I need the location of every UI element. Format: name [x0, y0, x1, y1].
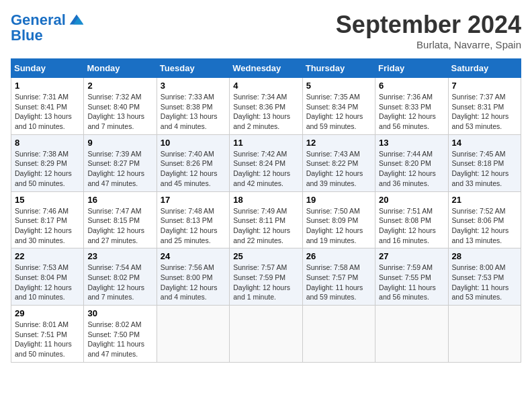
- logo-icon: [67, 11, 86, 30]
- day-header-saturday: Saturday: [448, 59, 521, 78]
- day-header-thursday: Thursday: [302, 59, 375, 78]
- day-info: Sunrise: 7:56 AMSunset: 8:00 PMDaylight:…: [161, 263, 226, 302]
- calendar-cell: 29Sunrise: 8:01 AMSunset: 7:51 PMDayligh…: [11, 306, 84, 363]
- calendar-cell: [230, 306, 302, 363]
- day-info: Sunrise: 7:36 AMSunset: 8:33 PMDaylight:…: [379, 92, 444, 132]
- day-header-friday: Friday: [375, 59, 448, 78]
- day-number: 20: [379, 195, 444, 205]
- day-number: 11: [233, 138, 298, 148]
- logo: General Blue: [11, 11, 86, 44]
- day-info: Sunrise: 8:02 AMSunset: 7:50 PMDaylight:…: [87, 320, 152, 359]
- calendar-cell: [448, 306, 521, 363]
- day-info: Sunrise: 7:45 AMSunset: 8:18 PMDaylight:…: [452, 149, 517, 189]
- day-number: 5: [306, 81, 371, 91]
- calendar-cell: 14Sunrise: 7:45 AMSunset: 8:18 PMDayligh…: [448, 134, 521, 191]
- calendar-cell: 20Sunrise: 7:51 AMSunset: 8:08 PMDayligh…: [375, 191, 448, 248]
- day-info: Sunrise: 7:49 AMSunset: 8:11 PMDaylight:…: [233, 206, 298, 246]
- day-number: 13: [379, 138, 444, 148]
- location: Burlata, Navarre, Spain: [336, 39, 521, 50]
- calendar: SundayMondayTuesdayWednesdayThursdayFrid…: [11, 58, 521, 363]
- day-number: 28: [452, 251, 517, 261]
- day-number: 29: [15, 308, 80, 318]
- day-info: Sunrise: 7:40 AMSunset: 8:26 PMDaylight:…: [161, 149, 226, 189]
- week-row-3: 15Sunrise: 7:46 AMSunset: 8:17 PMDayligh…: [11, 191, 521, 248]
- day-number: 4: [233, 81, 298, 91]
- calendar-cell: 11Sunrise: 7:42 AMSunset: 8:24 PMDayligh…: [230, 134, 302, 191]
- calendar-cell: 16Sunrise: 7:47 AMSunset: 8:15 PMDayligh…: [84, 191, 157, 248]
- calendar-cell: [375, 306, 448, 363]
- calendar-cell: 9Sunrise: 7:39 AMSunset: 8:27 PMDaylight…: [84, 134, 157, 191]
- month-title: September 2024: [336, 11, 521, 39]
- day-number: 27: [379, 251, 444, 261]
- day-number: 2: [87, 81, 152, 91]
- calendar-cell: 28Sunrise: 8:00 AMSunset: 7:53 PMDayligh…: [448, 248, 521, 306]
- day-info: Sunrise: 7:42 AMSunset: 8:24 PMDaylight:…: [233, 149, 298, 189]
- day-info: Sunrise: 7:32 AMSunset: 8:40 PMDaylight:…: [87, 92, 152, 132]
- day-number: 22: [15, 251, 80, 261]
- day-info: Sunrise: 7:53 AMSunset: 8:04 PMDaylight:…: [15, 263, 80, 302]
- calendar-cell: 30Sunrise: 8:02 AMSunset: 7:50 PMDayligh…: [84, 306, 157, 363]
- day-number: 17: [161, 195, 226, 205]
- day-info: Sunrise: 7:54 AMSunset: 8:02 PMDaylight:…: [87, 263, 152, 302]
- logo-text: General: [11, 12, 66, 28]
- day-info: Sunrise: 7:59 AMSunset: 7:55 PMDaylight:…: [379, 263, 444, 302]
- day-number: 26: [306, 251, 371, 261]
- week-row-2: 8Sunrise: 7:38 AMSunset: 8:29 PMDaylight…: [11, 134, 521, 191]
- calendar-cell: 25Sunrise: 7:57 AMSunset: 7:59 PMDayligh…: [230, 248, 302, 306]
- calendar-cell: [302, 306, 375, 363]
- day-number: 3: [161, 81, 226, 91]
- calendar-cell: 1Sunrise: 7:31 AMSunset: 8:41 PMDaylight…: [11, 78, 84, 135]
- calendar-cell: 23Sunrise: 7:54 AMSunset: 8:02 PMDayligh…: [84, 248, 157, 306]
- calendar-body: 1Sunrise: 7:31 AMSunset: 8:41 PMDaylight…: [11, 78, 521, 363]
- calendar-cell: 19Sunrise: 7:50 AMSunset: 8:09 PMDayligh…: [302, 191, 375, 248]
- week-row-5: 29Sunrise: 8:01 AMSunset: 7:51 PMDayligh…: [11, 306, 521, 363]
- day-number: 23: [87, 251, 152, 261]
- day-number: 9: [87, 138, 152, 148]
- calendar-cell: 6Sunrise: 7:36 AMSunset: 8:33 PMDaylight…: [375, 78, 448, 135]
- day-number: 30: [87, 308, 152, 318]
- calendar-cell: 27Sunrise: 7:59 AMSunset: 7:55 PMDayligh…: [375, 248, 448, 306]
- day-number: 14: [452, 138, 517, 148]
- day-info: Sunrise: 7:47 AMSunset: 8:15 PMDaylight:…: [87, 206, 152, 246]
- day-number: 18: [233, 195, 298, 205]
- day-number: 8: [15, 138, 80, 148]
- calendar-cell: 2Sunrise: 7:32 AMSunset: 8:40 PMDaylight…: [84, 78, 157, 135]
- day-number: 21: [452, 195, 517, 205]
- day-info: Sunrise: 7:33 AMSunset: 8:38 PMDaylight:…: [161, 92, 226, 132]
- day-info: Sunrise: 7:58 AMSunset: 7:57 PMDaylight:…: [306, 263, 371, 302]
- day-header-tuesday: Tuesday: [157, 59, 229, 78]
- day-number: 24: [161, 251, 226, 261]
- day-info: Sunrise: 7:44 AMSunset: 8:20 PMDaylight:…: [379, 149, 444, 189]
- calendar-cell: 21Sunrise: 7:52 AMSunset: 8:06 PMDayligh…: [448, 191, 521, 248]
- day-info: Sunrise: 7:39 AMSunset: 8:27 PMDaylight:…: [87, 149, 152, 189]
- title-block: September 2024 Burlata, Navarre, Spain: [336, 11, 521, 50]
- day-info: Sunrise: 7:37 AMSunset: 8:31 PMDaylight:…: [452, 92, 517, 132]
- day-info: Sunrise: 7:50 AMSunset: 8:09 PMDaylight:…: [306, 206, 371, 246]
- day-number: 12: [306, 138, 371, 148]
- day-info: Sunrise: 7:51 AMSunset: 8:08 PMDaylight:…: [379, 206, 444, 246]
- calendar-cell: 13Sunrise: 7:44 AMSunset: 8:20 PMDayligh…: [375, 134, 448, 191]
- calendar-cell: 26Sunrise: 7:58 AMSunset: 7:57 PMDayligh…: [302, 248, 375, 306]
- calendar-cell: 3Sunrise: 7:33 AMSunset: 8:38 PMDaylight…: [157, 78, 229, 135]
- calendar-cell: [157, 306, 229, 363]
- day-info: Sunrise: 7:35 AMSunset: 8:34 PMDaylight:…: [306, 92, 371, 132]
- day-header-wednesday: Wednesday: [230, 59, 302, 78]
- day-number: 7: [452, 81, 517, 91]
- calendar-cell: 12Sunrise: 7:43 AMSunset: 8:22 PMDayligh…: [302, 134, 375, 191]
- day-number: 16: [87, 195, 152, 205]
- day-number: 19: [306, 195, 371, 205]
- calendar-cell: 5Sunrise: 7:35 AMSunset: 8:34 PMDaylight…: [302, 78, 375, 135]
- day-header-sunday: Sunday: [11, 59, 84, 78]
- day-info: Sunrise: 7:57 AMSunset: 7:59 PMDaylight:…: [233, 263, 298, 302]
- day-number: 10: [161, 138, 226, 148]
- day-info: Sunrise: 7:43 AMSunset: 8:22 PMDaylight:…: [306, 149, 371, 189]
- calendar-cell: 15Sunrise: 7:46 AMSunset: 8:17 PMDayligh…: [11, 191, 84, 248]
- calendar-cell: 10Sunrise: 7:40 AMSunset: 8:26 PMDayligh…: [157, 134, 229, 191]
- day-info: Sunrise: 7:34 AMSunset: 8:36 PMDaylight:…: [233, 92, 298, 132]
- calendar-cell: 4Sunrise: 7:34 AMSunset: 8:36 PMDaylight…: [230, 78, 302, 135]
- day-info: Sunrise: 7:46 AMSunset: 8:17 PMDaylight:…: [15, 206, 80, 246]
- calendar-cell: 17Sunrise: 7:48 AMSunset: 8:13 PMDayligh…: [157, 191, 229, 248]
- day-info: Sunrise: 7:38 AMSunset: 8:29 PMDaylight:…: [15, 149, 80, 189]
- week-row-1: 1Sunrise: 7:31 AMSunset: 8:41 PMDaylight…: [11, 78, 521, 135]
- page-header: General Blue September 2024 Burlata, Nav…: [11, 11, 521, 50]
